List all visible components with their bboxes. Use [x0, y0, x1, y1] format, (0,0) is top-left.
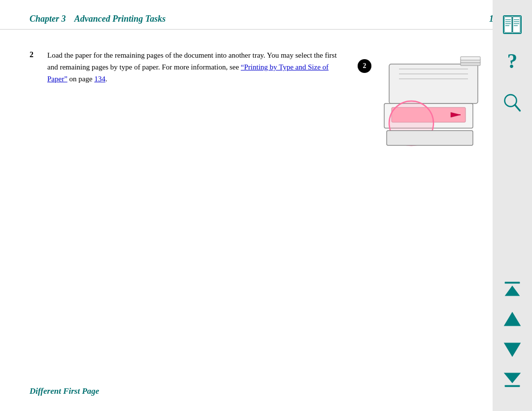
svg-marker-29: [505, 285, 520, 296]
svg-rect-6: [461, 57, 480, 60]
illustration-container: 2: [365, 54, 502, 155]
content-area: 2 Load the paper for the remaining pages…: [0, 30, 532, 174]
step-badge: 2: [358, 59, 371, 73]
page-link[interactable]: 134: [94, 75, 105, 83]
chapter-title: Chapter 3 Advanced Printing Tasks: [30, 14, 166, 24]
book-icon[interactable]: [498, 10, 527, 39]
svg-marker-32: [504, 373, 521, 383]
printer-illustration: [374, 54, 502, 155]
footer-label: Different First Page: [30, 386, 99, 396]
svg-rect-15: [513, 17, 520, 33]
illustration: 2: [365, 49, 502, 155]
main-text: 2 Load the paper for the remaining pages…: [30, 49, 365, 155]
nav-arrows: [498, 277, 527, 391]
first-page-button[interactable]: [498, 277, 527, 304]
svg-rect-14: [504, 17, 512, 33]
svg-line-27: [515, 105, 520, 111]
help-icon[interactable]: ?: [498, 43, 527, 83]
svg-rect-12: [387, 131, 473, 145]
search-icon[interactable]: [498, 87, 527, 121]
step-content: Load the paper for the remaining pages o…: [47, 49, 345, 85]
prev-page-button[interactable]: [498, 306, 527, 333]
svg-text:?: ?: [507, 51, 518, 72]
svg-rect-0: [389, 64, 478, 103]
step-number: 2: [30, 49, 39, 59]
printer-svg: [374, 54, 493, 153]
svg-marker-30: [504, 311, 521, 326]
sidebar: ?: [493, 0, 532, 411]
svg-rect-33: [505, 385, 520, 387]
last-page-button[interactable]: [498, 364, 527, 391]
next-page-button[interactable]: [498, 335, 527, 362]
svg-rect-28: [505, 281, 520, 283]
page-header: Chapter 3 Advanced Printing Tasks 129: [0, 0, 532, 30]
svg-marker-31: [504, 342, 521, 357]
step-2-row: 2 Load the paper for the remaining pages…: [30, 49, 345, 85]
